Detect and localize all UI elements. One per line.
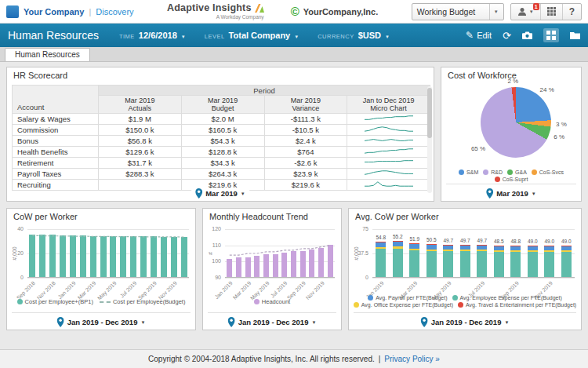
legend-label: R&D [491, 169, 503, 175]
app-logo-icon[interactable] [6, 5, 19, 18]
y-axis-tick: 110 [206, 242, 221, 248]
avgcow-period-selector[interactable]: Jan 2019 - Dec 2019 ▼ [417, 317, 514, 327]
chevron-down-icon: ▼ [241, 191, 245, 196]
user-menu-button[interactable]: 1 ▼ [511, 4, 540, 20]
apps-menu-button[interactable] [540, 4, 562, 20]
pie [481, 87, 551, 158]
version-selector[interactable]: Working Budget ▼ [412, 3, 504, 20]
dashboard-grid-icon [546, 31, 556, 40]
pin-icon [195, 188, 202, 199]
scrollbar-thumb[interactable] [427, 88, 432, 138]
workforce-period-selector[interactable]: Mar 2019 ▼ [482, 188, 540, 199]
filter-currency[interactable]: CURRENCY$USD▼ [318, 31, 390, 40]
cow-per-worker-panel: CoW per Worker 02040#,000Sep 2018Nov 201… [6, 208, 196, 330]
x-axis-tick-label: Jul 2019 [118, 280, 137, 299]
pin-icon [228, 317, 235, 327]
company-name-link[interactable]: Your Company [24, 7, 84, 16]
cow-per-worker-bar-chart: 02040#,000Sep 2018Nov 2018Jan 2019Mar 20… [10, 224, 194, 298]
micro-chart [364, 136, 414, 144]
legend-item: Cost per Employee+(BP1) [17, 298, 93, 305]
bar-segment [510, 246, 521, 250]
workday-tagline: A Workday Company [216, 15, 264, 20]
legend-item: S&M [459, 169, 478, 175]
y-axis-tick: 40 [10, 226, 24, 231]
dashed-line [27, 229, 189, 278]
filter-time[interactable]: TIME12/6/2018▼ [119, 31, 186, 40]
bar-segment [409, 250, 419, 277]
page-title: Human Resources [8, 29, 99, 42]
variance-value: -$2.6 k [264, 158, 347, 169]
budget-value: $34.3 k [181, 158, 264, 169]
gridline [225, 278, 335, 279]
y-axis-tick: 0 [352, 275, 368, 280]
account-name: Recruiting [13, 180, 99, 191]
budget-value: $2.0 M [181, 114, 264, 125]
micro-chart [364, 158, 414, 166]
pin-icon [486, 188, 493, 199]
bar-segment [426, 250, 437, 251]
bar-segment [528, 252, 538, 277]
divider [446, 184, 576, 184]
chevron-down-icon: ▼ [504, 320, 509, 325]
gridline [372, 278, 575, 279]
legend-label: Headcount [262, 298, 290, 305]
bar-value-label: 55.2 [390, 234, 407, 239]
y-axis-label: #,000 [354, 246, 359, 261]
cow-period-selector[interactable]: Jan 2019 - Dec 2019 ▼ [53, 317, 150, 327]
bar-segment [376, 249, 386, 277]
adaptive-logo-mark-icon [255, 4, 264, 13]
scorecard-period-selector[interactable]: Mar 2019 ▼ [191, 188, 249, 199]
y-axis-tick: 75 [352, 226, 368, 231]
actuals-value: $1.9 M [99, 114, 182, 125]
budget-value: $264.3 k [181, 169, 264, 180]
avg-cow-per-worker-panel: Avg. CoW per Worker 54.855.251.950.549.7… [348, 208, 582, 330]
header-filters: TIME12/6/2018▼LEVELTotal Company▼CURRENC… [119, 31, 390, 40]
help-button[interactable]: ? [562, 4, 581, 20]
bar-segment [426, 244, 437, 245]
period-value: Jan 2019 - Dec 2019 [431, 318, 502, 326]
pie-slice-label: 65 % [471, 144, 485, 151]
privacy-policy-link[interactable]: Privacy Policy » [384, 355, 440, 363]
bar-segment [443, 246, 453, 250]
customer-logo-icon: © [291, 5, 299, 17]
micro-chart [364, 147, 414, 155]
dashed-line-swatch [100, 301, 111, 303]
headcount-period-selector[interactable]: Jan 2019 - Dec 2019 ▼ [224, 317, 321, 327]
dashboard-content: HR Scorecard Account Period Mar 2019Actu… [0, 62, 588, 349]
edit-button[interactable]: ✎ Edit [466, 30, 492, 41]
bar-segment [510, 246, 521, 246]
divider [12, 312, 191, 313]
snapshot-button[interactable] [522, 31, 532, 39]
bar-segment [376, 242, 386, 247]
chevron-down-icon: ▼ [532, 191, 536, 196]
page-header: Human Resources TIME12/6/2018▼LEVELTotal… [0, 24, 588, 47]
scorecard-scrollbar[interactable] [427, 86, 432, 193]
refresh-button[interactable]: ⟳ [503, 31, 511, 41]
chart-legend: Cost per Employee+(BP1)Cost per Employee… [10, 298, 192, 305]
bar-segment [544, 246, 554, 246]
topbar-right: Working Budget ▼ 1 ▼ [412, 3, 582, 20]
header-actions: ✎ Edit ⟳ [466, 28, 580, 42]
chevron-down-icon: ▼ [311, 320, 316, 325]
bar-segment [426, 251, 437, 277]
micro-chart-cell [347, 125, 430, 136]
folder-button[interactable] [570, 31, 580, 39]
topbar-icon-group: 1 ▼ ? [510, 3, 582, 20]
filter-level[interactable]: LEVELTotal Company▼ [205, 31, 299, 40]
chevron-down-icon: ▼ [385, 35, 390, 39]
micro-chart [364, 180, 414, 188]
filter-label: TIME [119, 33, 135, 40]
tab-human-resources[interactable]: Human Resources [5, 48, 90, 61]
adaptive-insights-logo: Adaptive Insights A Workday Company [167, 3, 264, 20]
discovery-link[interactable]: Discovery [96, 7, 133, 16]
dashboard-grid-button[interactable] [543, 28, 559, 42]
variance-value: -$10.5 k [264, 125, 347, 136]
customer-logo: © YourCompany,Inc. [291, 5, 379, 17]
gridline [372, 229, 575, 230]
legend-label: Cost per Employee(Budget) [113, 298, 186, 305]
hr-scorecard-panel: HR Scorecard Account Period Mar 2019Actu… [6, 67, 434, 202]
period-value: Mar 2019 [205, 189, 238, 198]
bar-value-label: 49.0 [541, 239, 558, 244]
customer-name: YourCompany,Inc. [303, 7, 379, 16]
bar-segment [409, 243, 419, 244]
